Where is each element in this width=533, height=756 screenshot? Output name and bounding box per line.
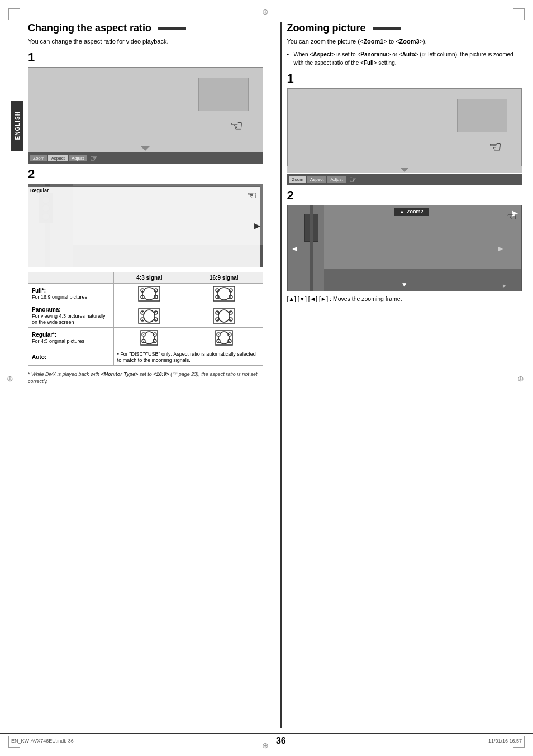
regular-43-preview bbox=[117, 330, 182, 346]
left-step1-toolbar: Zoom Aspect Adjust ☞ bbox=[28, 152, 263, 164]
left-step1-down-arrow bbox=[141, 146, 150, 151]
table-header-169: 16:9 signal bbox=[185, 272, 263, 284]
right-step2-screen: ▲ Zoom2 ▶ ◄ ► ▼ ☞ ► bbox=[287, 205, 522, 291]
table-cell-panorama-169 bbox=[185, 304, 263, 328]
table-cell-panorama-43 bbox=[113, 304, 185, 328]
left-column: Changing the aspect ratio You can change… bbox=[28, 22, 269, 728]
table-cell-regular-label: Regular*: For 4:3 original pictures bbox=[28, 328, 114, 348]
svg-point-59 bbox=[229, 334, 230, 335]
full-169-svg bbox=[213, 286, 235, 302]
table-cell-auto-label: Auto: bbox=[28, 348, 114, 366]
zoom2-down-arrow: ▼ bbox=[401, 281, 408, 289]
right-title-text: Zooming picture bbox=[287, 22, 366, 34]
zoom2-right-nav-arrow: ► bbox=[497, 244, 505, 253]
table-header-43: 4:3 signal bbox=[113, 272, 185, 284]
full-43-preview bbox=[117, 286, 182, 302]
language-label: ENGLISH bbox=[15, 111, 21, 140]
svg-point-3 bbox=[142, 296, 143, 298]
zoom2-label-bar: ▲ Zoom2 bbox=[394, 208, 429, 216]
table-header-empty bbox=[28, 272, 114, 284]
table-row-auto: Auto: • For "DISC"/"USB" only: Aspect ra… bbox=[28, 348, 263, 366]
svg-point-39 bbox=[230, 312, 231, 313]
full-169-preview bbox=[189, 286, 259, 302]
svg-point-17 bbox=[217, 290, 218, 291]
right-toolbar-adjust-btn[interactable]: Adjust bbox=[327, 176, 345, 183]
right-toolbar-aspect-btn[interactable]: Aspect bbox=[307, 176, 326, 183]
left-step2-hand: ☞ bbox=[247, 189, 257, 202]
svg-point-53 bbox=[218, 341, 219, 342]
svg-point-45 bbox=[154, 341, 155, 342]
corner-mark-tr bbox=[513, 8, 525, 20]
svg-point-37 bbox=[217, 312, 218, 313]
right-step1-toolbar: Zoom Aspect Adjust ☞ bbox=[287, 174, 522, 185]
right-column: Zooming picture You can zoom the picture… bbox=[280, 22, 522, 728]
aspect-ratio-table: 4:3 signal 16:9 signal Full*: For 16:9 o… bbox=[28, 272, 263, 366]
svg-point-15 bbox=[230, 296, 231, 298]
table-row-panorama: Panorama: For viewing 4:3 pictures natur… bbox=[28, 304, 263, 328]
svg-point-13 bbox=[217, 296, 218, 298]
left-footnote: * While DivX is played back with <Monito… bbox=[28, 370, 263, 385]
svg-point-11 bbox=[217, 288, 231, 300]
zoom2-up-arrow: ▲ bbox=[399, 209, 404, 214]
corner-mark-tl bbox=[8, 8, 20, 20]
right-step1-screen-container: ☞ Zoom Aspect Adjust ☞ bbox=[287, 88, 522, 185]
table-cell-auto-text: • For "DISC"/"USB" only: Aspect ratio is… bbox=[113, 348, 263, 366]
zoom2-ground bbox=[324, 269, 522, 291]
svg-point-35 bbox=[230, 319, 231, 320]
table-cell-full-label: Full*: For 16:9 original pictures bbox=[28, 284, 114, 304]
svg-point-7 bbox=[142, 290, 143, 291]
svg-point-9 bbox=[155, 290, 156, 291]
left-step2-screen: Regular ▶ ☞ bbox=[28, 184, 263, 267]
right-step1-number: 1 bbox=[287, 71, 522, 86]
svg-point-33 bbox=[217, 319, 218, 320]
table-row-full: Full*: For 16:9 original pictures bbox=[28, 284, 263, 304]
zoom-move-text: [▲] [▼] [◄] [►] : Moves the zooming fram… bbox=[287, 295, 522, 304]
panorama-169-svg bbox=[213, 308, 235, 324]
left-section-title: Changing the aspect ratio bbox=[28, 22, 263, 34]
right-step1-down-arrow bbox=[400, 168, 409, 172]
left-step1-toolbar-hand: ☞ bbox=[90, 153, 98, 164]
zoom2-pole bbox=[310, 205, 313, 291]
zoom2-left-arrow: ◄ bbox=[291, 244, 299, 253]
right-intro: You can zoom the picture (<Zoom1> to <Zo… bbox=[287, 37, 522, 46]
right-step2-number: 2 bbox=[287, 188, 522, 203]
footer-filename: EN_KW-AVX746EU.indb 36 bbox=[11, 738, 74, 744]
regular-169-preview bbox=[189, 330, 259, 346]
svg-point-21 bbox=[144, 310, 155, 322]
right-section-title: Zooming picture bbox=[287, 22, 522, 34]
svg-point-19 bbox=[230, 290, 231, 291]
right-step1-arrow-bar bbox=[287, 166, 522, 173]
regular-169-svg bbox=[213, 330, 235, 346]
language-tab: ENGLISH bbox=[11, 101, 23, 151]
left-title-bar bbox=[158, 27, 186, 30]
table-cell-full-43 bbox=[113, 284, 185, 304]
right-toolbar-zoom-btn[interactable]: Zoom bbox=[289, 176, 306, 183]
toolbar-zoom-btn[interactable]: Zoom bbox=[30, 155, 47, 161]
reg-mark-top bbox=[262, 7, 271, 16]
svg-point-25 bbox=[155, 319, 156, 320]
zoom2-bottom-label: ► bbox=[502, 283, 507, 289]
svg-point-57 bbox=[218, 334, 219, 335]
panorama-43-preview bbox=[117, 308, 182, 324]
svg-point-55 bbox=[229, 341, 230, 342]
reg-mark-left bbox=[7, 374, 16, 382]
svg-point-47 bbox=[143, 334, 144, 335]
regular-43-svg bbox=[138, 330, 160, 346]
svg-point-5 bbox=[155, 296, 156, 298]
svg-point-27 bbox=[142, 312, 143, 313]
left-step1-screen-container: ☞ Zoom Aspect Adjust ☞ bbox=[28, 67, 263, 164]
footer-timestamp: 11/01/16 16:57 bbox=[488, 738, 522, 744]
right-bullet: When <Aspect> is set to <Panorama> or <A… bbox=[287, 50, 522, 67]
toolbar-adjust-btn[interactable]: Adjust bbox=[69, 155, 87, 161]
toolbar-aspect-btn[interactable]: Aspect bbox=[48, 155, 67, 161]
svg-point-29 bbox=[155, 312, 156, 313]
zoom2-traffic-scene bbox=[288, 205, 522, 291]
left-step1-screen: ☞ bbox=[28, 67, 263, 145]
left-step2-arrow: ▶ bbox=[254, 221, 260, 230]
panorama-169-preview bbox=[189, 308, 259, 324]
svg-point-43 bbox=[143, 341, 144, 342]
table-cell-panorama-label: Panorama: For viewing 4:3 pictures natur… bbox=[28, 304, 114, 328]
left-intro: You can change the aspect ratio for vide… bbox=[28, 37, 263, 46]
left-step2-label: Regular bbox=[28, 186, 260, 267]
zoom2-label-text: Zoom2 bbox=[407, 209, 423, 214]
